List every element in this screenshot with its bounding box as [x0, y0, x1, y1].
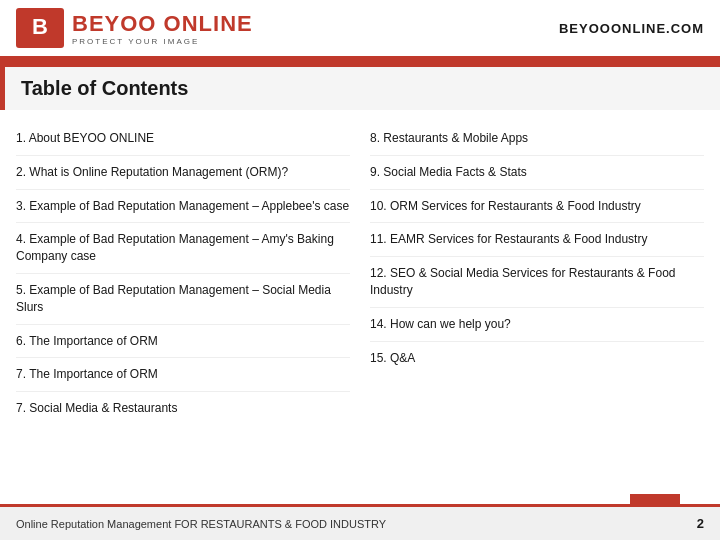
toc-item-5: 5. Example of Bad Reputation Management … — [16, 274, 350, 325]
red-stripe-top — [0, 59, 720, 67]
toc-left-column: 1. About BEYOO ONLINE 2. What is Online … — [16, 122, 350, 425]
toc-item-9: 9. Social Media Facts & Stats — [370, 156, 704, 190]
toc-item-14: 14. How can we help you? — [370, 308, 704, 342]
footer: Online Reputation Management FOR RESTAUR… — [0, 504, 720, 540]
footer-page-number: 2 — [697, 516, 704, 531]
logo-text: BEYOO ONLINE PROTECT YOUR IMAGE — [72, 11, 253, 46]
logo-beyoo: BEYOO — [72, 11, 156, 36]
logo-area: B BEYOO ONLINE PROTECT YOUR IMAGE — [16, 8, 253, 48]
footer-text: Online Reputation Management FOR RESTAUR… — [16, 518, 386, 530]
toc-item-11: 11. EAMR Services for Restaurants & Food… — [370, 223, 704, 257]
logo-online: ONLINE — [156, 11, 252, 36]
toc-item-8: 8. Restaurants & Mobile Apps — [370, 122, 704, 156]
logo-icon: B — [16, 8, 64, 48]
toc-item-4: 4. Example of Bad Reputation Management … — [16, 223, 350, 274]
logo-tagline: PROTECT YOUR IMAGE — [72, 37, 253, 46]
toc-title-bar: Table of Contents — [0, 67, 720, 110]
toc-item-2: 2. What is Online Reputation Management … — [16, 156, 350, 190]
header-url: BEYOOONLINE.COM — [559, 21, 704, 36]
content-area: 1. About BEYOO ONLINE 2. What is Online … — [0, 110, 720, 437]
toc-title: Table of Contents — [21, 77, 704, 100]
footer-accent-block — [630, 494, 680, 504]
toc-item-15: 15. Q&A — [370, 342, 704, 375]
toc-item-12: 12. SEO & Social Media Services for Rest… — [370, 257, 704, 308]
toc-item-3: 3. Example of Bad Reputation Management … — [16, 190, 350, 224]
svg-text:B: B — [32, 14, 48, 39]
toc-right-column: 8. Restaurants & Mobile Apps 9. Social M… — [370, 122, 704, 425]
toc-item-1: 1. About BEYOO ONLINE — [16, 122, 350, 156]
toc-item-7a: 7. The Importance of ORM — [16, 358, 350, 392]
toc-item-7b: 7. Social Media & Restaurants — [16, 392, 350, 425]
header: B BEYOO ONLINE PROTECT YOUR IMAGE BEYOOO… — [0, 0, 720, 59]
toc-item-10: 10. ORM Services for Restaurants & Food … — [370, 190, 704, 224]
logo-main: BEYOO ONLINE — [72, 11, 253, 37]
toc-item-6: 6. The Importance of ORM — [16, 325, 350, 359]
